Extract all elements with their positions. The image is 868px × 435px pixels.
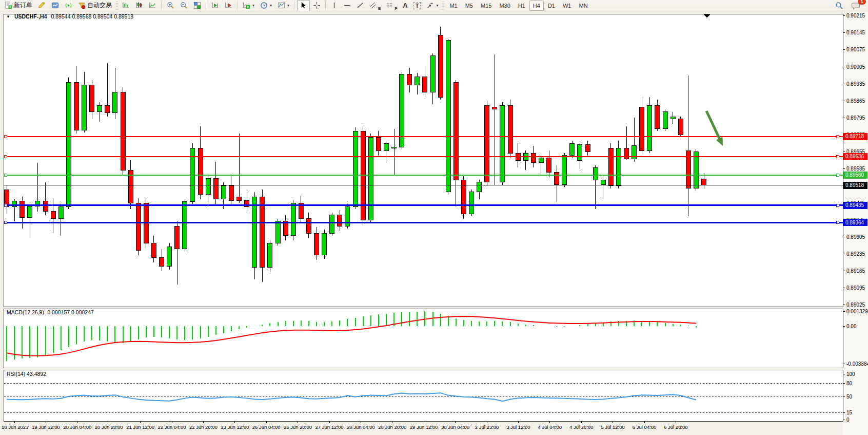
label-tool-button[interactable]: T xyxy=(411,0,424,11)
candle-up xyxy=(694,152,698,188)
toolbar-separator xyxy=(161,2,162,10)
tile-windows-button[interactable] xyxy=(191,0,204,11)
toolbar-separator xyxy=(206,2,207,10)
candle-up xyxy=(578,145,582,161)
price-tag-label: 0.89560 xyxy=(845,172,864,178)
arrows-icon xyxy=(426,2,434,9)
arrows-caret: ▾ xyxy=(436,3,438,8)
tf-mn-button[interactable]: MN xyxy=(575,1,591,11)
market-watch-button[interactable] xyxy=(49,0,62,11)
candle-up xyxy=(167,247,172,266)
price-tick-label: 0.89165 xyxy=(846,268,865,274)
candle-up xyxy=(670,117,675,119)
tf-m1-button[interactable]: M1 xyxy=(446,1,461,11)
crosshair-tool-button[interactable] xyxy=(310,0,323,11)
search-button[interactable] xyxy=(833,0,846,11)
chart-canvas[interactable]: 0.902150.901450.900750.900050.899350.898… xyxy=(0,11,868,435)
candle-down xyxy=(51,212,55,219)
tf-h1-button[interactable]: H1 xyxy=(515,1,529,11)
bar-chart-icon xyxy=(122,2,130,9)
candle-up xyxy=(469,192,474,214)
arrows-tool-button[interactable]: ▾ xyxy=(424,0,441,11)
candle-up xyxy=(353,131,358,206)
candle-down xyxy=(175,226,180,249)
chart-shift-icon xyxy=(225,2,232,9)
candle-up xyxy=(113,92,117,113)
zoom-in-button[interactable] xyxy=(164,0,177,11)
price-tick-label: 0.89585 xyxy=(846,166,865,172)
candle-down xyxy=(237,197,242,200)
hline-handle[interactable] xyxy=(837,204,839,206)
candle-up xyxy=(593,167,598,180)
template-icon xyxy=(278,2,285,9)
candle-down xyxy=(338,215,342,226)
signal-button[interactable] xyxy=(62,0,75,11)
hline-handle[interactable] xyxy=(5,174,7,176)
tf-w1-button[interactable]: W1 xyxy=(559,1,575,11)
templates-button[interactable]: ▾ xyxy=(275,0,292,11)
text-tool-button[interactable]: A xyxy=(400,0,410,11)
candle-down xyxy=(508,106,512,153)
main-plot[interactable] xyxy=(4,14,843,307)
chart-bars-button[interactable] xyxy=(120,0,132,11)
price-tag-label: 0.89518 xyxy=(845,182,864,188)
chart-collapse-icon[interactable]: ▼ xyxy=(6,14,10,19)
hline-tool-button[interactable] xyxy=(341,0,353,11)
macd-indicator-label: MACD(12,26,9) -0.000157 0.000247 xyxy=(7,309,94,315)
candle-down xyxy=(314,233,319,255)
candle-up xyxy=(392,147,397,148)
fibonacci-tool-button[interactable]: F xyxy=(384,0,400,11)
horizontal-line-icon xyxy=(343,2,351,9)
trendline-tool-button[interactable] xyxy=(354,0,367,11)
candle-down xyxy=(407,74,412,85)
rsi-axis-label: 80 xyxy=(846,381,853,386)
indicators-button[interactable]: ▾ xyxy=(240,0,257,11)
time-tick-label: 26 Jun 20:00 xyxy=(284,424,312,430)
vline-tool-button[interactable] xyxy=(328,0,340,11)
tf-m30-button[interactable]: M30 xyxy=(496,1,514,11)
periods-button[interactable]: ▾ xyxy=(258,0,274,11)
cursor-tool-button[interactable] xyxy=(297,0,310,11)
chart-shift-button[interactable] xyxy=(222,0,235,11)
time-tick-label: 6 Jul 04:00 xyxy=(633,424,656,430)
auto-scroll-button[interactable] xyxy=(209,0,222,11)
hline-handle[interactable] xyxy=(837,155,839,158)
macd-plot[interactable] xyxy=(4,309,843,368)
price-tick-label: 0.89235 xyxy=(846,251,865,257)
zoom-out-button[interactable] xyxy=(177,0,190,11)
hline-handle[interactable] xyxy=(837,221,839,224)
price-tick-label: 0.89795 xyxy=(846,115,865,121)
price-tick-label: 0.89935 xyxy=(846,81,865,87)
auto-trading-button[interactable]: 自动交易 xyxy=(75,0,114,11)
chart-line-button[interactable] xyxy=(146,0,159,11)
tf-d1-button[interactable]: D1 xyxy=(544,1,559,11)
hline-handle[interactable] xyxy=(837,135,839,138)
editor-button[interactable] xyxy=(35,0,48,11)
price-tag-label: 0.89718 xyxy=(845,134,864,139)
candle-down xyxy=(160,258,164,267)
candle-up xyxy=(647,106,652,151)
time-tick-label: 19 Jun 12:00 xyxy=(32,424,60,430)
candle-up xyxy=(500,106,505,182)
tf-m15-button[interactable]: M15 xyxy=(477,1,495,11)
candle-up xyxy=(206,179,210,195)
price-tag-label: 0.89364 xyxy=(845,220,864,225)
time-tick-label: 22 Jun 20:00 xyxy=(189,424,218,430)
hline-handle[interactable] xyxy=(5,135,7,138)
chat-button[interactable]: 1 xyxy=(849,0,863,11)
chart-candles-button[interactable] xyxy=(133,0,146,11)
tf-m5-button[interactable]: M5 xyxy=(462,1,477,11)
indicators-caret: ▾ xyxy=(252,3,254,8)
hline-handle[interactable] xyxy=(5,204,7,206)
hline-handle[interactable] xyxy=(5,155,7,158)
tf-h4-button[interactable]: H4 xyxy=(529,1,544,11)
hline-handle[interactable] xyxy=(837,174,839,176)
channel-tool-button[interactable]: E xyxy=(367,0,383,11)
rsi-plot[interactable] xyxy=(4,370,843,421)
hline-handle[interactable] xyxy=(5,221,7,224)
new-order-button[interactable]: 新订单 xyxy=(2,0,35,11)
time-tick-label: 6 Jul 20:00 xyxy=(664,424,687,430)
cursor-icon xyxy=(300,2,307,9)
candle-down xyxy=(43,201,48,212)
candle-down xyxy=(260,197,265,267)
